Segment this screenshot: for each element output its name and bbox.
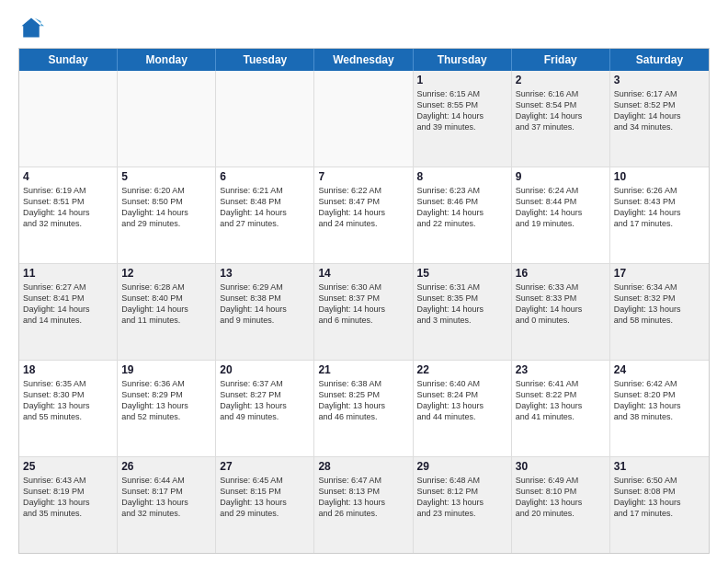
calendar-cell: 29Sunrise: 6:48 AM Sunset: 8:12 PM Dayli…: [414, 457, 512, 553]
cell-text: Sunrise: 6:24 AM Sunset: 8:44 PM Dayligh…: [516, 185, 606, 230]
calendar-row: 11Sunrise: 6:27 AM Sunset: 8:41 PM Dayli…: [19, 264, 709, 361]
cell-text: Sunrise: 6:42 AM Sunset: 8:20 PM Dayligh…: [614, 378, 705, 423]
calendar-row: 4Sunrise: 6:19 AM Sunset: 8:51 PM Daylig…: [19, 167, 709, 264]
calendar-cell: 5Sunrise: 6:20 AM Sunset: 8:50 PM Daylig…: [118, 167, 216, 263]
calendar-cell: 6Sunrise: 6:21 AM Sunset: 8:48 PM Daylig…: [216, 167, 314, 263]
calendar-cell: [314, 71, 413, 167]
cell-text: Sunrise: 6:47 AM Sunset: 8:13 PM Dayligh…: [318, 475, 408, 520]
calendar-cell: 15Sunrise: 6:31 AM Sunset: 8:35 PM Dayli…: [414, 264, 512, 360]
cell-text: Sunrise: 6:33 AM Sunset: 8:33 PM Dayligh…: [516, 282, 606, 327]
logo: [18, 15, 48, 40]
day-number: 29: [417, 460, 507, 473]
day-number: 20: [220, 363, 310, 376]
calendar-cell: 3Sunrise: 6:17 AM Sunset: 8:52 PM Daylig…: [610, 71, 709, 167]
calendar-cell: 27Sunrise: 6:45 AM Sunset: 8:15 PM Dayli…: [216, 457, 314, 553]
day-number: 22: [417, 363, 507, 376]
calendar-row: 18Sunrise: 6:35 AM Sunset: 8:30 PM Dayli…: [19, 361, 709, 457]
cell-text: Sunrise: 6:16 AM Sunset: 8:54 PM Dayligh…: [516, 88, 606, 133]
cell-text: Sunrise: 6:34 AM Sunset: 8:32 PM Dayligh…: [614, 282, 705, 327]
cell-text: Sunrise: 6:15 AM Sunset: 8:55 PM Dayligh…: [417, 88, 507, 133]
calendar-cell: 31Sunrise: 6:50 AM Sunset: 8:08 PM Dayli…: [610, 457, 709, 553]
calendar-cell: 17Sunrise: 6:34 AM Sunset: 8:32 PM Dayli…: [610, 264, 709, 360]
calendar-cell: 7Sunrise: 6:22 AM Sunset: 8:47 PM Daylig…: [314, 167, 413, 263]
day-number: 15: [417, 267, 507, 280]
day-number: 17: [614, 267, 705, 280]
calendar-header-cell: Friday: [512, 49, 610, 71]
day-number: 18: [23, 363, 113, 376]
calendar-header-row: SundayMondayTuesdayWednesdayThursdayFrid…: [19, 49, 709, 71]
cell-text: Sunrise: 6:49 AM Sunset: 8:10 PM Dayligh…: [516, 475, 606, 520]
cell-text: Sunrise: 6:31 AM Sunset: 8:35 PM Dayligh…: [417, 282, 507, 327]
page: SundayMondayTuesdayWednesdayThursdayFrid…: [0, 0, 728, 563]
cell-text: Sunrise: 6:45 AM Sunset: 8:15 PM Dayligh…: [220, 475, 310, 520]
calendar-cell: 28Sunrise: 6:47 AM Sunset: 8:13 PM Dayli…: [314, 457, 413, 553]
cell-text: Sunrise: 6:35 AM Sunset: 8:30 PM Dayligh…: [23, 378, 113, 423]
calendar-cell: 19Sunrise: 6:36 AM Sunset: 8:29 PM Dayli…: [118, 361, 216, 456]
cell-text: Sunrise: 6:20 AM Sunset: 8:50 PM Dayligh…: [121, 185, 211, 230]
cell-text: Sunrise: 6:40 AM Sunset: 8:24 PM Dayligh…: [417, 378, 507, 423]
day-number: 19: [121, 363, 211, 376]
day-number: 26: [121, 460, 211, 473]
day-number: 11: [23, 267, 113, 280]
calendar-cell: 21Sunrise: 6:38 AM Sunset: 8:25 PM Dayli…: [314, 361, 413, 456]
cell-text: Sunrise: 6:38 AM Sunset: 8:25 PM Dayligh…: [318, 378, 408, 423]
day-number: 6: [220, 170, 310, 183]
calendar-cell: [216, 71, 314, 167]
cell-text: Sunrise: 6:17 AM Sunset: 8:52 PM Dayligh…: [614, 88, 705, 133]
calendar-cell: 24Sunrise: 6:42 AM Sunset: 8:20 PM Dayli…: [610, 361, 709, 456]
calendar-cell: 4Sunrise: 6:19 AM Sunset: 8:51 PM Daylig…: [19, 167, 118, 263]
day-number: 4: [23, 170, 113, 183]
calendar-body: 1Sunrise: 6:15 AM Sunset: 8:55 PM Daylig…: [19, 71, 709, 553]
day-number: 16: [516, 267, 606, 280]
calendar-cell: 18Sunrise: 6:35 AM Sunset: 8:30 PM Dayli…: [19, 361, 118, 456]
day-number: 28: [318, 460, 408, 473]
day-number: 24: [614, 363, 705, 376]
calendar-cell: 11Sunrise: 6:27 AM Sunset: 8:41 PM Dayli…: [19, 264, 118, 360]
calendar-cell: 12Sunrise: 6:28 AM Sunset: 8:40 PM Dayli…: [118, 264, 216, 360]
calendar-cell: [118, 71, 216, 167]
day-number: 27: [220, 460, 310, 473]
calendar-header-cell: Wednesday: [314, 49, 413, 71]
calendar-cell: 8Sunrise: 6:23 AM Sunset: 8:46 PM Daylig…: [414, 167, 512, 263]
cell-text: Sunrise: 6:41 AM Sunset: 8:22 PM Dayligh…: [516, 378, 606, 423]
cell-text: Sunrise: 6:22 AM Sunset: 8:47 PM Dayligh…: [318, 185, 408, 230]
cell-text: Sunrise: 6:28 AM Sunset: 8:40 PM Dayligh…: [121, 282, 211, 327]
calendar-cell: 30Sunrise: 6:49 AM Sunset: 8:10 PM Dayli…: [512, 457, 610, 553]
calendar-row: 25Sunrise: 6:43 AM Sunset: 8:19 PM Dayli…: [19, 457, 709, 553]
calendar-header-cell: Monday: [118, 49, 216, 71]
cell-text: Sunrise: 6:19 AM Sunset: 8:51 PM Dayligh…: [23, 185, 113, 230]
day-number: 3: [614, 74, 705, 86]
calendar-header-cell: Thursday: [414, 49, 512, 71]
calendar-header-cell: Sunday: [19, 49, 118, 71]
calendar-cell: 25Sunrise: 6:43 AM Sunset: 8:19 PM Dayli…: [19, 457, 118, 553]
calendar-cell: 22Sunrise: 6:40 AM Sunset: 8:24 PM Dayli…: [414, 361, 512, 456]
cell-text: Sunrise: 6:29 AM Sunset: 8:38 PM Dayligh…: [220, 282, 310, 327]
cell-text: Sunrise: 6:23 AM Sunset: 8:46 PM Dayligh…: [417, 185, 507, 230]
day-number: 2: [516, 74, 606, 86]
calendar-cell: [19, 71, 118, 167]
calendar-cell: 20Sunrise: 6:37 AM Sunset: 8:27 PM Dayli…: [216, 361, 314, 456]
day-number: 21: [318, 363, 408, 376]
calendar-cell: 14Sunrise: 6:30 AM Sunset: 8:37 PM Dayli…: [314, 264, 413, 360]
day-number: 25: [23, 460, 113, 473]
cell-text: Sunrise: 6:27 AM Sunset: 8:41 PM Dayligh…: [23, 282, 113, 327]
day-number: 1: [417, 74, 507, 86]
calendar-header-cell: Saturday: [610, 49, 709, 71]
cell-text: Sunrise: 6:26 AM Sunset: 8:43 PM Dayligh…: [614, 185, 705, 230]
calendar-header-cell: Tuesday: [216, 49, 314, 71]
day-number: 14: [318, 267, 408, 280]
header: [18, 15, 710, 40]
day-number: 13: [220, 267, 310, 280]
cell-text: Sunrise: 6:50 AM Sunset: 8:08 PM Dayligh…: [614, 475, 705, 520]
calendar: SundayMondayTuesdayWednesdayThursdayFrid…: [18, 48, 710, 554]
calendar-cell: 16Sunrise: 6:33 AM Sunset: 8:33 PM Dayli…: [512, 264, 610, 360]
calendar-row: 1Sunrise: 6:15 AM Sunset: 8:55 PM Daylig…: [19, 71, 709, 167]
day-number: 5: [121, 170, 211, 183]
calendar-cell: 1Sunrise: 6:15 AM Sunset: 8:55 PM Daylig…: [414, 71, 512, 167]
day-number: 23: [516, 363, 606, 376]
day-number: 9: [516, 170, 606, 183]
day-number: 30: [516, 460, 606, 473]
calendar-cell: 10Sunrise: 6:26 AM Sunset: 8:43 PM Dayli…: [610, 167, 709, 263]
cell-text: Sunrise: 6:21 AM Sunset: 8:48 PM Dayligh…: [220, 185, 310, 230]
cell-text: Sunrise: 6:36 AM Sunset: 8:29 PM Dayligh…: [121, 378, 211, 423]
